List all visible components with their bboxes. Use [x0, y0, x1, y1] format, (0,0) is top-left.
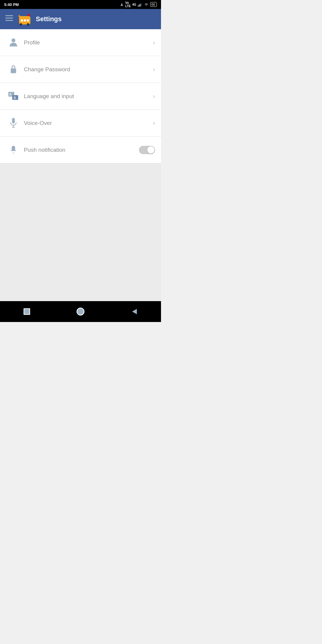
app-logo: +: [18, 14, 31, 24]
content-background: [0, 163, 161, 322]
menu-button[interactable]: [5, 15, 13, 23]
4g-icon: 4G: [132, 3, 136, 6]
svg-point-7: [12, 38, 16, 42]
push-notification-toggle[interactable]: [139, 146, 155, 154]
voice-over-label: Voice-Over: [21, 120, 153, 126]
svg-point-18: [77, 308, 84, 315]
change-password-chevron: ›: [153, 66, 155, 73]
battery-level: 66: [151, 3, 155, 6]
push-notification-item[interactable]: Push notification: [0, 137, 161, 163]
voice-over-item[interactable]: Voice-Over ›: [0, 110, 161, 137]
svg-rect-17: [24, 309, 30, 315]
svg-point-9: [13, 70, 14, 72]
wifi-icon: [144, 3, 149, 7]
svg-marker-19: [132, 309, 137, 314]
push-notification-label: Push notification: [21, 147, 139, 153]
nav-arrow-icon: [120, 3, 124, 7]
svg-text:文: 文: [13, 96, 16, 99]
notification-dot: [27, 14, 30, 16]
change-password-label: Change Password: [21, 66, 153, 73]
svg-text:A: A: [9, 93, 11, 96]
svg-rect-6: [5, 20, 13, 21]
language-input-label: Language and input: [21, 93, 153, 100]
language-input-chevron: ›: [153, 93, 155, 100]
status-icons: VoLTE 4G 66: [120, 1, 157, 8]
profile-label: Profile: [21, 39, 153, 46]
bus-windows: [21, 19, 29, 21]
recent-apps-button[interactable]: [18, 303, 36, 321]
svg-rect-14: [12, 118, 15, 123]
page-title: Settings: [36, 15, 62, 23]
voice-over-chevron: ›: [153, 120, 155, 126]
status-time: 5:40 PM: [4, 2, 19, 7]
bottom-nav-bar: [0, 301, 161, 322]
profile-item[interactable]: Profile ›: [0, 29, 161, 56]
lock-icon: [6, 64, 21, 75]
svg-rect-0: [138, 5, 139, 7]
signal-icon: [138, 3, 143, 7]
status-bar: 5:40 PM VoLTE 4G 66: [0, 0, 161, 9]
toggle-knob: [147, 146, 154, 154]
toolbar: + Settings: [0, 9, 161, 29]
svg-rect-1: [139, 4, 140, 7]
back-button[interactable]: [125, 303, 143, 321]
svg-rect-4: [5, 15, 13, 16]
translate-icon: A 文: [6, 92, 21, 101]
volte-icon: VoLTE: [125, 1, 131, 8]
bus-wheel-right: [27, 23, 29, 26]
home-button[interactable]: [72, 303, 89, 321]
svg-rect-3: [141, 3, 142, 7]
profile-chevron: ›: [153, 39, 155, 46]
settings-list: Profile › Change Password › A 文 Language…: [0, 29, 161, 163]
svg-rect-2: [140, 4, 140, 6]
svg-rect-5: [5, 18, 13, 18]
bus-wheel-left: [20, 23, 22, 26]
battery-icon: 66: [150, 2, 157, 7]
language-input-item[interactable]: A 文 Language and input ›: [0, 83, 161, 110]
person-icon: [6, 37, 21, 48]
mic-icon: [6, 118, 21, 129]
change-password-item[interactable]: Change Password ›: [0, 56, 161, 83]
bell-icon: [6, 145, 21, 155]
